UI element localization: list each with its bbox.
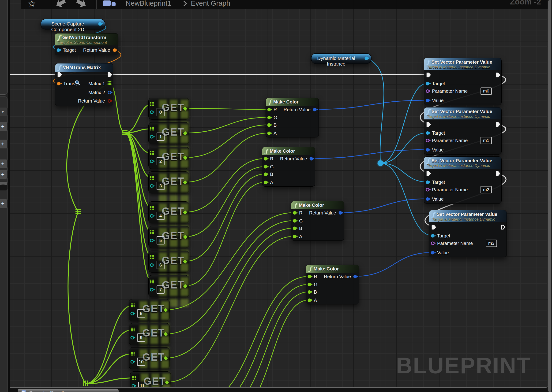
array-in-pin[interactable] xyxy=(150,102,154,107)
target-in-pin[interactable] xyxy=(57,49,60,52)
input-b-pin[interactable] xyxy=(293,227,296,230)
exec-in-pin[interactable] xyxy=(426,73,431,77)
node-get5[interactable]: GET5 xyxy=(148,226,189,248)
return-value-out-pin[interactable] xyxy=(339,211,342,215)
node-sv1[interactable]: ƒSet Vector Parameter ValueTarget is Mat… xyxy=(424,107,502,154)
return-value-out-pin[interactable] xyxy=(310,157,313,161)
add-button-1[interactable]: + xyxy=(0,122,7,131)
parameter-name-in-pin[interactable] xyxy=(426,139,430,142)
array-in-pin[interactable] xyxy=(150,231,154,235)
node-gwt[interactable]: ƒGetWorldTransformTarget is Scene Compon… xyxy=(55,33,118,55)
array-in-pin[interactable] xyxy=(150,151,154,156)
index-in-pin[interactable] xyxy=(150,263,154,267)
value-in-pin[interactable] xyxy=(431,251,435,255)
input-r-pin[interactable] xyxy=(267,108,271,112)
input-b-pin[interactable] xyxy=(267,123,271,127)
favorite-star-icon[interactable]: ☆ xyxy=(28,0,36,9)
wire-32[interactable] xyxy=(234,300,309,388)
node-dmi[interactable]: Dynamic Material Instance xyxy=(311,53,372,64)
variable-out-pin[interactable] xyxy=(99,22,102,26)
array-in-pin[interactable] xyxy=(131,352,135,357)
wire-29[interactable] xyxy=(199,276,309,388)
wire-14[interactable] xyxy=(86,330,132,384)
node-get1[interactable]: GET1 xyxy=(148,122,189,144)
exec-in-pin[interactable] xyxy=(57,72,62,77)
index-value-box[interactable]: 10 xyxy=(137,357,145,366)
node-get9[interactable]: GET9 xyxy=(129,323,170,345)
node-get3[interactable]: GET3 xyxy=(148,171,189,193)
wire-15[interactable] xyxy=(86,354,132,384)
input-b-pin[interactable] xyxy=(308,290,311,294)
array-in-pin[interactable] xyxy=(150,206,154,211)
input-g-pin[interactable] xyxy=(293,219,296,223)
index-in-pin[interactable] xyxy=(130,360,134,364)
target-in-pin[interactable] xyxy=(426,82,430,85)
wire-33[interactable] xyxy=(315,100,427,109)
event-graph-viewport[interactable]: Scene Capture Component 2DDynamic Materi… xyxy=(10,0,548,388)
exec-in-pin[interactable] xyxy=(426,122,431,127)
wire-11[interactable] xyxy=(125,133,152,257)
input-a-pin[interactable] xyxy=(264,181,267,184)
wire-13[interactable] xyxy=(86,306,132,384)
node-mc3[interactable]: ƒMake ColorRGBAReturn Value xyxy=(291,201,344,241)
scrollbar-thumb[interactable] xyxy=(548,0,551,392)
index-in-pin[interactable] xyxy=(150,214,154,218)
return-value-out-pin[interactable] xyxy=(353,275,357,278)
reroute-knot-k2[interactable] xyxy=(75,209,81,215)
array-in-pin[interactable] xyxy=(150,280,154,285)
node-get6[interactable]: GET6 xyxy=(148,251,189,273)
add-button-4[interactable]: + xyxy=(0,170,7,179)
index-in-pin[interactable] xyxy=(150,111,154,114)
node-sv0[interactable]: ƒSet Vector Parameter ValueTarget is Mat… xyxy=(424,58,502,105)
input-r-pin[interactable] xyxy=(308,275,311,278)
variable-out-pin[interactable] xyxy=(365,57,368,60)
parameter-name-value-box[interactable]: m1 xyxy=(480,137,492,144)
parameter-name-in-pin[interactable] xyxy=(431,242,435,245)
input-a-pin[interactable] xyxy=(308,299,311,302)
scroll-widget[interactable] xyxy=(0,182,7,191)
node-sc[interactable]: Scene Capture Component 2D xyxy=(41,19,105,29)
index-in-pin[interactable] xyxy=(150,160,154,163)
exec-in-pin[interactable] xyxy=(426,171,431,176)
add-button-3[interactable]: + xyxy=(0,159,7,168)
exec-in-pin[interactable] xyxy=(431,225,436,230)
category-collapse-button[interactable]: ▼ xyxy=(0,107,7,116)
value-in-pin[interactable] xyxy=(426,99,430,102)
node-get11[interactable]: GET11 xyxy=(130,371,171,388)
node-get2[interactable]: GET2 xyxy=(148,147,189,169)
array-in-pin[interactable] xyxy=(150,255,154,260)
wire-10[interactable] xyxy=(125,133,152,232)
parameter-name-value-box[interactable]: m3 xyxy=(486,240,497,247)
index-value-box[interactable]: 8 xyxy=(137,309,145,317)
wire-20[interactable] xyxy=(185,133,269,182)
parameter-name-value-box[interactable]: m0 xyxy=(480,88,492,95)
node-mc4[interactable]: ƒMake ColorRGBAReturn Value xyxy=(306,265,359,304)
index-in-pin[interactable] xyxy=(150,135,154,139)
node-mc2[interactable]: ƒMake ColorRGBAReturn Value xyxy=(262,147,315,187)
input-g-pin[interactable] xyxy=(308,283,311,286)
input-b-pin[interactable] xyxy=(264,173,267,176)
add-button-5[interactable]: + xyxy=(0,199,7,208)
node-get0[interactable]: GET0 xyxy=(148,98,189,120)
node-sv2[interactable]: ƒSet Vector Parameter ValueTarget is Mat… xyxy=(424,156,502,204)
return-value-out-pin[interactable] xyxy=(108,99,111,103)
target-in-pin[interactable] xyxy=(431,234,435,238)
reroute-dot-kb[interactable] xyxy=(378,161,383,166)
vertical-scrollbar[interactable] xyxy=(548,0,552,392)
target-in-pin[interactable] xyxy=(426,181,430,184)
node-vrm[interactable]: ƒVRMTrans MatrixTransMatrix 1Matrix 2Ret… xyxy=(55,63,113,106)
breadcrumb-graph[interactable]: Event Graph xyxy=(191,0,230,7)
index-value-box[interactable]: 1 xyxy=(157,133,165,141)
wire-18[interactable] xyxy=(185,117,269,133)
add-button-2[interactable]: + xyxy=(0,139,7,149)
breadcrumb-blueprint[interactable]: NewBlueprint1 xyxy=(126,0,171,7)
parameter-name-value-box[interactable]: m2 xyxy=(480,186,492,193)
wire-6[interactable] xyxy=(125,129,152,133)
index-value-box[interactable]: 5 xyxy=(157,236,165,245)
array-in-pin[interactable] xyxy=(131,303,135,308)
wire-21[interactable] xyxy=(185,159,265,212)
exec-out-pin[interactable] xyxy=(496,171,500,176)
array-in-pin[interactable] xyxy=(150,176,154,181)
index-in-pin[interactable] xyxy=(150,288,154,292)
parameter-name-in-pin[interactable] xyxy=(426,188,430,192)
